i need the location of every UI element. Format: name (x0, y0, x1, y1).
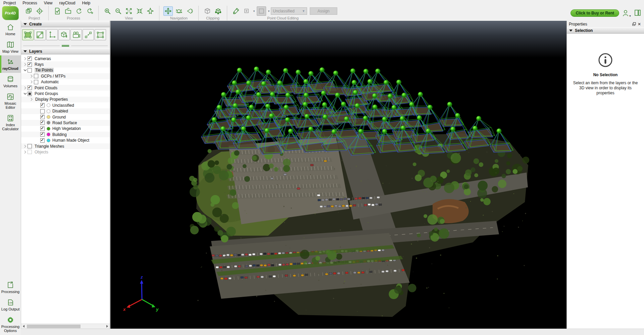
menu-help[interactable]: Help (79, 0, 94, 6)
zoom-to-selection-button[interactable] (135, 6, 144, 16)
open-results-folder-button[interactable] (63, 6, 73, 16)
rail-item-log-output[interactable]: LOG Log Output (0, 296, 21, 314)
layer-row-road-surface[interactable]: Road Surface (21, 120, 110, 126)
layers-panel-header[interactable]: Layers (21, 48, 110, 54)
expander-icon[interactable] (22, 86, 28, 90)
assign-button[interactable]: Assign (310, 7, 337, 15)
close-panel-button[interactable]: ✕ (637, 21, 642, 27)
layer-checkbox[interactable] (40, 109, 45, 113)
3d-scene-canvas[interactable]: zxy (110, 21, 566, 329)
layer-checkbox[interactable] (34, 80, 38, 84)
new-surface-button[interactable] (95, 29, 106, 40)
project-images-button[interactable] (24, 6, 34, 16)
layer-row-point-groups[interactable]: Point Groups (21, 91, 110, 96)
selection-rect-dropdown-caret[interactable]: ▼ (267, 6, 271, 16)
layer-checkbox[interactable] (34, 74, 38, 78)
layer-checkbox[interactable] (40, 121, 45, 125)
new-processing-area-button[interactable] (22, 29, 34, 40)
toggle-panels-button[interactable] (634, 9, 641, 17)
layer-row-cameras[interactable]: Cameras (21, 56, 110, 61)
gcp-manager-button[interactable] (35, 6, 44, 16)
layer-checkbox[interactable] (40, 127, 45, 131)
flythrough-button[interactable] (146, 6, 155, 16)
new-scale-constraint-button[interactable] (34, 29, 46, 40)
reprocess-button[interactable] (85, 6, 94, 16)
layer-row-display-properties[interactable]: Display Properties (21, 97, 110, 102)
layer-checkbox[interactable] (28, 144, 32, 148)
new-polyline-button[interactable] (83, 29, 94, 40)
expander-icon[interactable] (29, 97, 34, 102)
layer-checkbox[interactable] (40, 132, 45, 137)
rail-item-volumes[interactable]: Volumes (0, 73, 21, 90)
selection-add-dropdown-caret[interactable]: ▼ (252, 6, 256, 16)
layer-row-automatic[interactable]: Automatic (21, 79, 110, 85)
layer-checkbox[interactable] (40, 115, 45, 119)
expander-icon[interactable] (22, 56, 28, 61)
trackball-navigation-button[interactable] (174, 6, 184, 16)
layer-row-disabled[interactable]: Disabled (21, 108, 110, 114)
raycloud-3d-view[interactable]: zxy (110, 21, 566, 329)
expander-icon[interactable] (22, 144, 28, 149)
reoptimize-button[interactable] (53, 6, 62, 16)
layer-row-tie-points[interactable]: Tie Points (21, 67, 110, 73)
menu-project[interactable]: Project (0, 0, 19, 6)
rail-item-map-view[interactable]: Map View (0, 38, 21, 56)
scrollbar-thumb[interactable] (27, 325, 81, 328)
rail-item-raycloud[interactable]: rayCloud (0, 55, 21, 73)
new-orientation-constraint-button[interactable] (46, 29, 58, 40)
layer-row-building[interactable]: Building (21, 132, 110, 137)
zoom-out-button[interactable] (113, 6, 123, 16)
panel-splitter[interactable] (21, 44, 110, 48)
horizontal-scrollbar[interactable] (21, 324, 110, 329)
scroll-right-arrow[interactable] (105, 324, 110, 329)
scroll-left-arrow[interactable] (21, 324, 26, 329)
layer-row-objects[interactable]: Objects (21, 149, 110, 155)
zoom-in-button[interactable] (103, 6, 112, 16)
layer-checkbox[interactable] (28, 62, 32, 67)
rail-item-mosaic-editor[interactable]: Mosaic Editor (0, 90, 21, 112)
layer-checkbox[interactable] (28, 56, 32, 61)
rail-item-home[interactable]: Home (0, 21, 21, 38)
layer-row-gcps-mtps[interactable]: GCPs / MTPs (21, 73, 110, 79)
user-account-button[interactable]: ▼ (622, 9, 631, 17)
buy-or-rent-button[interactable]: Click to Buy or Rent (571, 9, 619, 17)
rail-item-processing[interactable]: Processing (0, 279, 21, 296)
point-class-dropdown[interactable]: Unclassified ▼ (271, 7, 307, 15)
expander-icon[interactable] (22, 91, 28, 96)
layer-row-ground[interactable]: Ground (21, 114, 110, 120)
expander-icon[interactable] (22, 62, 28, 67)
menu-raycloud[interactable]: rayCloud (56, 0, 79, 6)
selection-rect-tool-button[interactable] (257, 6, 266, 16)
rail-item-index-calculator[interactable]: Index Calculator (0, 112, 21, 133)
create-panel-header[interactable]: Create (21, 21, 110, 27)
layer-row-rays[interactable]: Rays (21, 61, 110, 67)
new-volume-button[interactable] (58, 29, 70, 40)
layer-checkbox[interactable] (28, 68, 32, 73)
edit-point-cloud-button[interactable] (231, 6, 241, 16)
layer-row-point-clouds[interactable]: Point Clouds (21, 85, 110, 91)
float-panel-button[interactable] (631, 21, 637, 27)
pan-navigation-button[interactable] (163, 6, 173, 16)
layer-checkbox[interactable] (28, 150, 32, 154)
layer-checkbox[interactable] (40, 138, 45, 143)
layer-checkbox[interactable] (40, 103, 45, 107)
process-button[interactable] (74, 6, 84, 16)
clipping-box-button[interactable] (203, 6, 212, 16)
expander-icon[interactable] (22, 68, 28, 73)
selection-add-tool-button[interactable] (242, 6, 251, 16)
menu-view[interactable]: View (41, 0, 56, 6)
layer-checkbox[interactable] (28, 92, 32, 96)
layer-row-human-made-object[interactable]: Human Made Object (21, 137, 110, 143)
layer-row-triangle-meshes[interactable]: Triangle Meshes (21, 143, 110, 149)
expander-icon[interactable] (22, 150, 28, 154)
layer-checkbox[interactable] (28, 86, 32, 90)
first-person-view-button[interactable] (185, 6, 194, 16)
selection-section-header[interactable]: Selection (567, 27, 644, 34)
edit-clipping-box-button[interactable] (213, 6, 223, 16)
rail-item-processing-options[interactable]: Processing Options (0, 314, 21, 335)
expander-icon[interactable] (29, 80, 34, 84)
zoom-to-fit-button[interactable] (124, 6, 134, 16)
menu-process[interactable]: Process (19, 0, 40, 6)
layer-row-unclassified[interactable]: Unclassified (21, 102, 110, 108)
expander-icon[interactable] (29, 74, 34, 79)
